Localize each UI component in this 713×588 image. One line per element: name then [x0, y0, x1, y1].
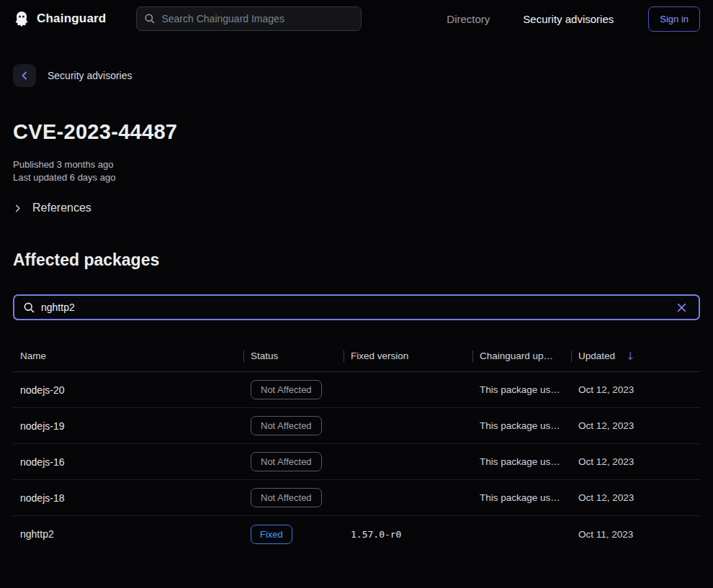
package-name: nodejs-19	[13, 420, 243, 432]
sign-in-button[interactable]: Sign in	[648, 6, 700, 32]
main-content: Security advisories CVE-2023-44487 Publi…	[0, 64, 713, 588]
chainguard-update: This package us…	[472, 384, 571, 395]
last-updated-date: Last updated 6 days ago	[13, 171, 700, 184]
chevron-right-icon	[13, 204, 22, 213]
table-body: nodejs-20 Not Affected This package us… …	[13, 372, 700, 552]
column-header-updated[interactable]: Updated ↓	[571, 340, 700, 371]
table-row[interactable]: nghttp2 Fixed 1.57.0-r0 Oct 11, 2023	[13, 516, 700, 552]
package-search-input[interactable]	[41, 302, 668, 313]
package-search[interactable]	[13, 294, 700, 320]
chevron-left-icon	[19, 71, 30, 81]
updated-label: Updated	[578, 350, 615, 361]
brand-logo[interactable]: Chainguard	[13, 10, 106, 27]
updated-date: Oct 12, 2023	[571, 492, 700, 503]
references-toggle[interactable]: References	[13, 202, 700, 214]
affected-packages-heading: Affected packages	[13, 250, 700, 270]
status-badge: Not Affected	[251, 380, 322, 399]
status-badge: Not Affected	[251, 488, 322, 507]
package-name: nodejs-16	[13, 456, 243, 468]
page-title: CVE-2023-44487	[13, 120, 700, 144]
nav-security-advisories[interactable]: Security advisories	[523, 13, 614, 25]
updated-date: Oct 12, 2023	[571, 384, 700, 395]
table-header-row: Name Status Fixed version Chainguard up……	[13, 340, 700, 372]
breadcrumb-label: Security advisories	[48, 70, 133, 81]
fixed-version: 1.57.0-r0	[344, 529, 472, 540]
updated-date: Oct 12, 2023	[571, 420, 700, 431]
package-name: nodejs-20	[13, 384, 243, 396]
back-button[interactable]	[13, 64, 36, 87]
cve-meta: Published 3 months ago Last updated 6 da…	[13, 158, 700, 184]
column-header-name[interactable]: Name	[13, 340, 243, 371]
table-row[interactable]: nodejs-16 Not Affected This package us… …	[13, 444, 700, 480]
search-icon	[23, 302, 35, 314]
global-search-input[interactable]	[161, 13, 354, 24]
chainguard-update: This package us…	[472, 456, 571, 467]
top-header: Chainguard Directory Security advisories…	[0, 0, 713, 37]
top-nav: Directory Security advisories Sign in	[447, 6, 700, 32]
status-badge: Not Affected	[251, 452, 322, 471]
table-row[interactable]: nodejs-18 Not Affected This package us… …	[13, 480, 700, 516]
column-header-fixed-version[interactable]: Fixed version	[344, 340, 472, 371]
nav-directory[interactable]: Directory	[447, 13, 490, 25]
status-badge: Fixed	[251, 525, 292, 544]
clear-search-button[interactable]	[673, 299, 690, 316]
close-icon	[676, 302, 687, 313]
column-header-status[interactable]: Status	[243, 340, 344, 371]
search-icon	[144, 13, 156, 24]
updated-date: Oct 12, 2023	[571, 456, 700, 467]
brand-name: Chainguard	[37, 12, 106, 26]
global-search[interactable]	[136, 6, 362, 31]
updated-date: Oct 11, 2023	[571, 529, 700, 540]
references-label: References	[32, 202, 91, 214]
package-name: nodejs-18	[13, 492, 243, 504]
sort-descending-icon[interactable]: ↓	[626, 350, 635, 363]
breadcrumb: Security advisories	[13, 64, 700, 87]
column-header-chainguard-update[interactable]: Chainguard up…	[472, 340, 571, 371]
package-name: nghttp2	[13, 528, 243, 540]
status-badge: Not Affected	[251, 416, 322, 435]
octopus-logo-icon	[13, 10, 30, 27]
published-date: Published 3 months ago	[13, 158, 700, 171]
table-row[interactable]: nodejs-20 Not Affected This package us… …	[13, 372, 700, 408]
chainguard-update: This package us…	[472, 420, 571, 431]
chainguard-update: This package us…	[472, 492, 571, 503]
table-row[interactable]: nodejs-19 Not Affected This package us… …	[13, 408, 700, 444]
affected-packages-table: Name Status Fixed version Chainguard up……	[13, 340, 700, 552]
